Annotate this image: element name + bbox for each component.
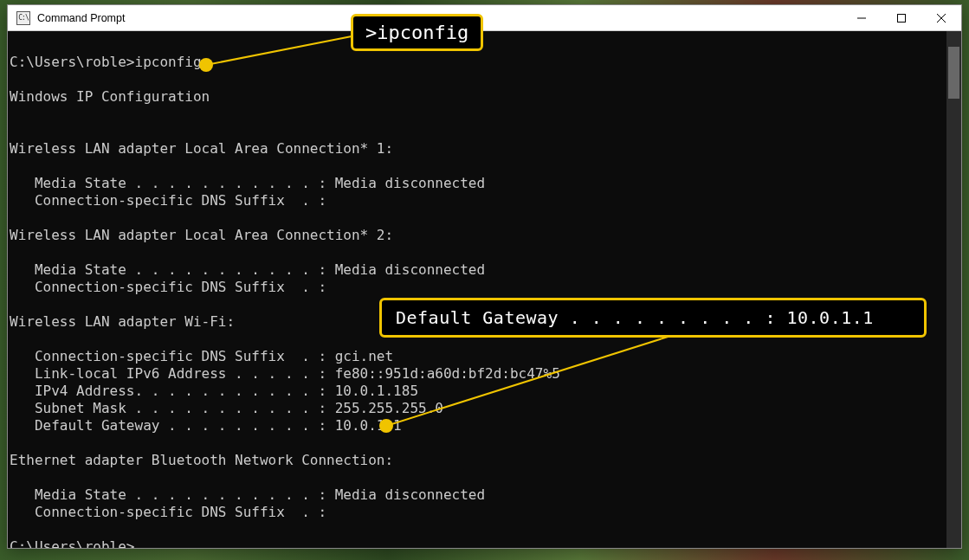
terminal-line	[8, 244, 961, 261]
annotation-ipconfig: >ipconfig	[351, 14, 483, 51]
terminal-line	[8, 36, 961, 54]
close-button[interactable]	[921, 5, 961, 31]
scrollbar[interactable]	[946, 31, 961, 548]
terminal-line: IPv4 Address. . . . . . . . . . . : 10.0…	[8, 383, 961, 400]
terminal-line	[8, 106, 961, 123]
annotation-gateway-text: Default Gateway . . . . . . . . . : 10.0…	[396, 307, 874, 328]
terminal-line: Media State . . . . . . . . . . . : Medi…	[8, 261, 961, 279]
minimize-button[interactable]	[842, 5, 882, 31]
terminal-line	[8, 71, 961, 88]
terminal-line: Connection-specific DNS Suffix . :	[8, 504, 961, 521]
terminal-line: Subnet Mask . . . . . . . . . . . : 255.…	[8, 400, 961, 417]
terminal-line	[8, 434, 961, 452]
terminal-line	[8, 469, 961, 486]
cmd-icon-glyph: C:\	[18, 14, 28, 22]
terminal-line: Connection-specific DNS Suffix . : gci.n…	[8, 348, 961, 365]
maximize-button[interactable]	[882, 5, 921, 31]
terminal-line: Connection-specific DNS Suffix . :	[8, 279, 961, 296]
terminal-line	[8, 209, 961, 227]
terminal-line: Media State . . . . . . . . . . . : Medi…	[8, 175, 961, 192]
terminal-line: Wireless LAN adapter Local Area Connecti…	[8, 140, 961, 158]
annotation-dot-1	[199, 58, 213, 72]
svg-rect-1	[898, 14, 906, 22]
terminal-line: Windows IP Configuration	[8, 88, 961, 106]
command-prompt-window: C:\ Command Prompt C:\Users\roble>ipconf…	[7, 4, 962, 549]
terminal-line: Connection-specific DNS Suffix . :	[8, 192, 961, 209]
annotation-gateway: Default Gateway . . . . . . . . . : 10.0…	[379, 298, 927, 338]
cmd-icon: C:\	[16, 11, 30, 25]
terminal-line: Link-local IPv6 Address . . . . . : fe80…	[8, 365, 961, 383]
window-title: Command Prompt	[37, 12, 125, 24]
annotation-dot-2	[379, 419, 393, 433]
terminal-line: Wireless LAN adapter Local Area Connecti…	[8, 227, 961, 244]
terminal-line	[8, 123, 961, 140]
terminal-prompt[interactable]: C:\Users\roble>	[8, 538, 961, 548]
terminal-line	[8, 521, 961, 538]
annotation-ipconfig-text: >ipconfig	[365, 22, 468, 43]
terminal-output[interactable]: C:\Users\roble>ipconfig Windows IP Confi…	[8, 31, 961, 548]
terminal-line	[8, 158, 961, 175]
terminal-line: Media State . . . . . . . . . . . : Medi…	[8, 486, 961, 504]
scrollbar-thumb[interactable]	[948, 47, 959, 99]
titlebar[interactable]: C:\ Command Prompt	[8, 5, 961, 31]
terminal-line: C:\Users\roble>ipconfig	[8, 54, 961, 71]
terminal-line: Ethernet adapter Bluetooth Network Conne…	[8, 452, 961, 469]
terminal-line: Default Gateway . . . . . . . . . : 10.0…	[8, 417, 961, 434]
